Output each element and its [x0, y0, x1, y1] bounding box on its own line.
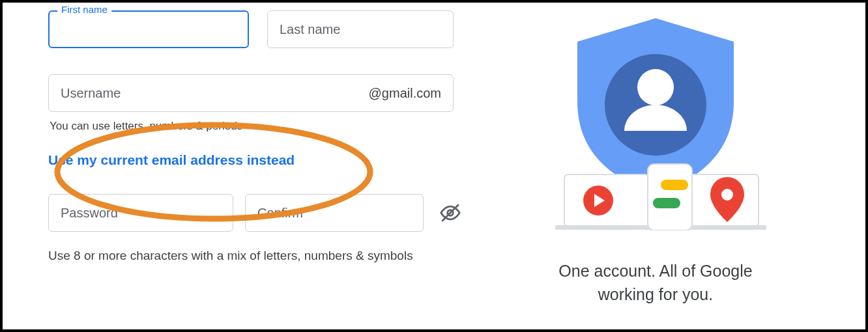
username-field[interactable]: @gmail.com — [48, 74, 454, 112]
tagline-line2: working for you. — [598, 285, 713, 303]
svg-rect-13 — [653, 198, 680, 208]
confirm-field[interactable] — [245, 194, 424, 232]
first-name-input[interactable] — [59, 22, 239, 37]
username-row: @gmail.com You can use letters, numbers … — [48, 74, 472, 133]
svg-rect-6 — [555, 225, 658, 230]
last-name-field[interactable] — [267, 10, 454, 48]
username-hint: You can use letters, numbers & periods — [50, 120, 472, 133]
password-input[interactable] — [61, 206, 221, 221]
password-row — [48, 194, 472, 232]
svg-rect-12 — [661, 180, 688, 190]
username-input[interactable] — [61, 86, 369, 101]
tagline: One account. All of Google working for y… — [558, 259, 752, 307]
tagline-line1: One account. All of Google — [558, 262, 752, 280]
password-hint: Use 8 or more characters with a mix of l… — [48, 247, 413, 264]
toggle-password-visibility-button[interactable] — [439, 202, 461, 224]
first-name-wrap: First name — [48, 10, 249, 48]
password-field[interactable] — [48, 194, 233, 232]
svg-point-10 — [721, 189, 733, 201]
username-suffix: @gmail.com — [369, 86, 441, 101]
account-illustration — [538, 10, 773, 230]
last-name-input[interactable] — [280, 22, 441, 37]
first-name-label: First name — [57, 4, 111, 15]
name-row: First name — [48, 10, 472, 48]
eye-off-icon — [439, 202, 461, 224]
confirm-input[interactable] — [257, 206, 411, 221]
use-current-email-link[interactable]: Use my current email address instead — [48, 152, 295, 168]
promo-panel: One account. All of Google working for y… — [472, 10, 839, 329]
svg-point-4 — [637, 69, 674, 105]
svg-rect-11 — [648, 164, 692, 230]
signup-form: First name @gmail.com You can use letter… — [48, 10, 472, 329]
first-name-field[interactable] — [48, 10, 249, 48]
